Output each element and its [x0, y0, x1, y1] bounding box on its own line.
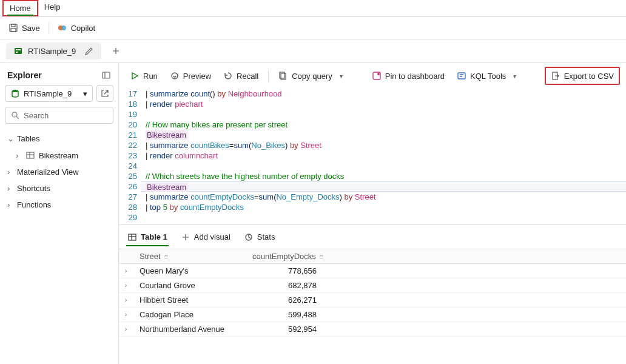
table-row[interactable]: ›Queen Mary's778,656 — [119, 264, 626, 278]
tree-node-tables[interactable]: ⌄Tables — [5, 131, 113, 146]
copilot-button[interactable]: Copilot — [53, 20, 100, 36]
tree-node-materialized-view[interactable]: ›Materialized View — [5, 164, 113, 180]
results-grid: Street≡ countEmptyDocks≡ ›Queen Mary's77… — [119, 249, 626, 337]
cell-street: Northumberland Avenue — [137, 325, 252, 334]
content-area: Run Preview Recall Copy query Pin to das… — [119, 63, 626, 364]
line-gutter: 1718192021222324252627282930 — [119, 89, 141, 224]
cell-street: Courland Grove — [137, 281, 252, 290]
copy-icon — [278, 71, 288, 81]
panel-icon[interactable] — [101, 70, 111, 80]
table-row[interactable]: ›Northumberland Avenue592,954 — [119, 322, 626, 337]
play-icon — [130, 71, 140, 81]
result-tab-stats[interactable]: Stats — [243, 229, 277, 246]
divider — [268, 70, 269, 82]
copy-query-button[interactable]: Copy query — [274, 68, 347, 84]
cell-count: 778,656 — [252, 266, 319, 275]
pin-to-dashboard-button[interactable]: Pin to dashboard — [367, 68, 449, 84]
database-selector-label: RTISample_9 — [24, 89, 72, 98]
table-row[interactable]: ›Courland Grove682,878 — [119, 278, 626, 293]
column-header-countemptydocks[interactable]: countEmptyDocks≡ — [252, 252, 319, 261]
toolbar: Save Copilot — [0, 17, 626, 39]
svg-rect-23 — [129, 234, 136, 240]
search-placeholder: Search — [24, 111, 49, 120]
menubar-help[interactable]: Help — [38, 0, 67, 16]
tools-icon — [457, 71, 466, 81]
result-tab-add-visual[interactable]: Add visual — [180, 229, 232, 246]
menubar-home[interactable]: Home — [2, 0, 38, 16]
kql-tools-button[interactable]: KQL Tools — [452, 68, 521, 84]
svg-rect-9 — [103, 72, 110, 78]
svg-rect-13 — [27, 152, 34, 158]
cell-count: 599,488 — [252, 310, 319, 319]
column-header-street[interactable]: Street≡ — [137, 252, 252, 261]
copilot-icon — [58, 23, 67, 33]
recall-button[interactable]: Recall — [218, 68, 263, 84]
explorer-tree: ⌄Tables › Bikestream ›Materialized View … — [5, 129, 113, 212]
preview-button[interactable]: Preview — [165, 68, 216, 84]
expand-row-icon[interactable]: › — [125, 268, 137, 274]
svg-point-16 — [172, 73, 178, 79]
new-tab-button[interactable] — [106, 44, 126, 58]
history-icon — [223, 71, 233, 81]
code-area[interactable]: | summarize count() by Neighbourhood| re… — [141, 89, 626, 224]
save-button[interactable]: Save — [4, 20, 45, 36]
explorer-sidebar: Explorer RTISample_9 ▾ Search ⌄Tables › … — [0, 63, 119, 364]
chevron-down-icon: ⌄ — [7, 134, 13, 143]
column-menu-icon[interactable]: ≡ — [320, 253, 323, 260]
save-icon — [8, 23, 18, 33]
svg-rect-8 — [18, 49, 21, 50]
export-to-csv-button[interactable]: Export to CSV — [545, 67, 620, 85]
expand-row-icon[interactable]: › — [125, 311, 137, 318]
cell-count: 592,954 — [252, 325, 319, 334]
svg-rect-6 — [16, 49, 18, 50]
svg-rect-1 — [12, 24, 15, 27]
chevron-down-icon: ▾ — [83, 89, 87, 98]
tree-node-functions[interactable]: ›Functions — [5, 197, 113, 212]
grid-header: Street≡ countEmptyDocks≡ — [119, 249, 626, 264]
file-tab-strip: RTISample_9 — [0, 39, 626, 63]
chevron-right-icon: › — [7, 200, 13, 209]
stats-icon — [244, 232, 254, 242]
cell-street: Hibbert Street — [137, 295, 252, 305]
file-tab-rtisample[interactable]: RTISample_9 — [6, 42, 101, 59]
tree-node-shortcuts[interactable]: ›Shortcuts — [5, 181, 113, 196]
cell-street: Queen Mary's — [137, 266, 252, 275]
search-input[interactable]: Search — [5, 107, 113, 124]
svg-rect-5 — [15, 48, 22, 54]
table-row[interactable]: ›Cadogan Place599,488 — [119, 308, 626, 322]
tree-node-bikestream[interactable]: › Bikestream — [5, 147, 113, 163]
kql-file-icon — [13, 46, 23, 56]
query-toolbar: Run Preview Recall Copy query Pin to das… — [119, 63, 626, 89]
file-tab-label: RTISample_9 — [28, 47, 76, 56]
explorer-header: Explorer — [5, 70, 113, 80]
database-selector[interactable]: RTISample_9 ▾ — [5, 85, 93, 102]
table-row[interactable]: ›Hibbert Street626,271 — [119, 293, 626, 308]
svg-rect-21 — [458, 73, 465, 79]
svg-point-11 — [12, 90, 18, 92]
cell-count: 626,271 — [252, 295, 319, 305]
table-icon — [127, 232, 137, 242]
expand-row-icon[interactable]: › — [125, 326, 137, 332]
svg-point-20 — [377, 73, 380, 75]
chevron-right-icon: › — [16, 151, 22, 160]
plus-icon — [181, 232, 190, 242]
svg-point-12 — [12, 112, 17, 117]
run-button[interactable]: Run — [125, 68, 163, 84]
column-menu-icon[interactable]: ≡ — [164, 253, 168, 260]
chevron-right-icon: › — [7, 167, 13, 177]
result-tabs: Table 1 Add visual Stats — [119, 224, 626, 249]
result-tab-table[interactable]: Table 1 — [126, 229, 169, 246]
pin-icon — [372, 71, 382, 81]
export-icon — [551, 71, 560, 81]
svg-rect-2 — [11, 29, 16, 32]
svg-rect-7 — [16, 52, 18, 53]
open-external-button[interactable] — [96, 85, 113, 102]
expand-row-icon[interactable]: › — [125, 282, 137, 289]
menu-bar: Home Help — [0, 0, 626, 17]
divider — [49, 22, 49, 34]
expand-row-icon[interactable]: › — [125, 297, 137, 303]
plus-icon — [111, 46, 121, 56]
preview-icon — [170, 71, 180, 81]
code-editor[interactable]: 1718192021222324252627282930 | summarize… — [119, 89, 626, 224]
edit-icon[interactable] — [84, 46, 94, 56]
